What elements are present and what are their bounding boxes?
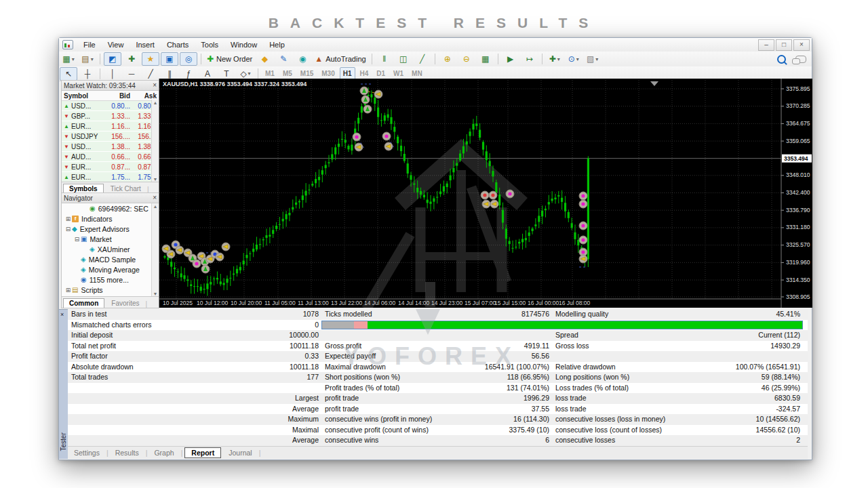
- tester-label[interactable]: Tester: [60, 424, 67, 451]
- dropdown-arrow-icon[interactable]: ▾: [576, 56, 579, 62]
- menu-help[interactable]: Help: [263, 39, 291, 50]
- tree-item-moving-average[interactable]: ◈Moving Average: [62, 264, 159, 274]
- expand-icon[interactable]: ⊞: [64, 216, 72, 222]
- report-label: Spread: [552, 330, 715, 341]
- tree-item-label: MACD Sample: [89, 256, 136, 264]
- report-label: profit trade: [321, 404, 476, 415]
- tree-item-indicators[interactable]: ⊞fIndicators: [62, 214, 159, 224]
- dropdown-arrow-icon[interactable]: ▾: [595, 56, 598, 62]
- tree-item-macd-sample[interactable]: ◈MACD Sample: [62, 254, 159, 264]
- report-value: 14930.29: [715, 341, 803, 352]
- report-value: 10011.18: [243, 341, 321, 352]
- chart-shift-button[interactable]: ↦: [521, 52, 538, 66]
- new-order-button[interactable]: ✚New Order: [205, 52, 254, 66]
- expand-icon[interactable]: ⊟: [73, 236, 81, 243]
- line-chart-button[interactable]: ╱: [414, 52, 431, 66]
- candlestick-button[interactable]: ◫: [395, 52, 412, 66]
- report-value: [715, 351, 803, 362]
- crosshair-tool[interactable]: ┼: [79, 67, 96, 81]
- tree-item-market[interactable]: ⊟▣Market: [62, 234, 159, 244]
- tree-item-scripts[interactable]: ⊞▤Scripts: [62, 285, 159, 295]
- trendline-tool[interactable]: ╱: [142, 67, 159, 81]
- menu-tools[interactable]: Tools: [195, 39, 224, 50]
- market-row-gbp[interactable]: ▼GBP...1.33...1.33...: [62, 111, 159, 121]
- tree-item-69649962-sec[interactable]: ◉69649962: SEC: [62, 203, 159, 214]
- data-window-toggle[interactable]: ✚: [123, 52, 140, 66]
- tester-tab-results[interactable]: Results: [109, 448, 145, 458]
- tab-symbols[interactable]: Symbols: [63, 184, 104, 193]
- new-chart-button[interactable]: ▦▾: [60, 52, 77, 66]
- tester-tab-report[interactable]: Report: [184, 447, 221, 458]
- chat-icon[interactable]: [795, 56, 806, 63]
- market-row-aud[interactable]: ▼AUD...0.66...0.66...: [62, 152, 159, 162]
- autotrading-button[interactable]: ▲AutoTrading: [313, 52, 368, 66]
- svg-text:XAUUSD,H1 3338.976 3353.494 33: XAUUSD,H1 3338.976 3353.494 3337.324 335…: [163, 81, 307, 87]
- chart-area[interactable]: 3375.8953370.2853364.6753359.0653348.010…: [159, 79, 812, 308]
- restore-button[interactable]: □: [776, 39, 792, 51]
- market-row-usd[interactable]: ▲USD...0.80...0.80...: [62, 101, 159, 111]
- navigator-toggle[interactable]: ★: [142, 52, 159, 66]
- bid-value: 1.16...: [106, 123, 132, 130]
- navigator-scrollbar[interactable]: ▲▼: [151, 203, 159, 297]
- zoom-out-button[interactable]: ⊖: [458, 52, 475, 66]
- menu-file[interactable]: File: [77, 39, 102, 50]
- tester-close-icon[interactable]: ×: [60, 311, 64, 318]
- close-button[interactable]: ×: [793, 39, 810, 51]
- report-row: Largestprofit trade1996.29loss trade6830…: [68, 393, 808, 404]
- search-icon[interactable]: [777, 55, 786, 64]
- indicators-button[interactable]: ✚▾: [546, 52, 564, 66]
- expert-advisors-icon[interactable]: ◆: [256, 52, 273, 66]
- candlestick-icon: ◫: [399, 54, 407, 64]
- market-row-eur[interactable]: ▲EUR...1.16...1.16...: [62, 121, 159, 131]
- zoom-in-button[interactable]: ⊕: [439, 52, 456, 66]
- market-watch-toggle[interactable]: ◩: [104, 52, 121, 66]
- market-row-eur[interactable]: ▲EUR...1.75...1.75...: [62, 172, 159, 182]
- cursor-tool[interactable]: ↖: [60, 67, 77, 81]
- dropdown-arrow-icon[interactable]: ▾: [248, 70, 251, 77]
- minimize-button[interactable]: –: [758, 39, 774, 51]
- bar-chart-button[interactable]: ‖: [376, 52, 393, 66]
- profiles-button[interactable]: ▤▾: [79, 52, 96, 66]
- report-value: 6: [476, 435, 552, 446]
- tab-common[interactable]: Common: [63, 298, 104, 308]
- auto-scroll-button[interactable]: ▶: [502, 52, 519, 66]
- expand-icon[interactable]: ⊞: [64, 287, 72, 293]
- tile-windows-button[interactable]: ▦: [477, 52, 494, 66]
- periods-button[interactable]: ⊙▾: [565, 52, 583, 66]
- menu-charts[interactable]: Charts: [161, 39, 195, 50]
- tree-item-1155-more-[interactable]: ◉1155 more...: [62, 274, 159, 285]
- templates-button[interactable]: ▧▾: [584, 52, 601, 66]
- menu-window[interactable]: Window: [224, 39, 263, 50]
- tree-item-xauminer[interactable]: ◈XAUminer: [62, 244, 159, 254]
- market-watch-scrollbar[interactable]: ▲▼: [151, 100, 159, 182]
- terminal-toggle[interactable]: ▣: [161, 52, 178, 66]
- navigator-close-icon[interactable]: ×: [153, 195, 157, 201]
- dropdown-arrow-icon[interactable]: ▾: [557, 56, 560, 62]
- market-watch-close-icon[interactable]: ×: [153, 82, 157, 89]
- horizontal-line-tool[interactable]: ─: [123, 67, 140, 81]
- tester-tab-settings[interactable]: Settings: [68, 448, 106, 458]
- report-value: 14556.62 (10): [715, 425, 803, 436]
- vertical-line-tool[interactable]: │: [104, 67, 121, 81]
- navigator-titlebar: Navigator ×: [62, 193, 159, 203]
- metaeditor-icon[interactable]: ✎: [275, 52, 292, 66]
- tester-tab-journal[interactable]: Journal: [222, 448, 258, 458]
- bid-value: 1.75...: [106, 174, 132, 181]
- tester-tab-graph[interactable]: Graph: [148, 448, 180, 458]
- report-row: Maximumconsecutive wins (profit in money…: [68, 414, 808, 425]
- dropdown-arrow-icon[interactable]: ▾: [91, 56, 94, 62]
- tree-item-expert-advisors[interactable]: ⊟◆Expert Advisors: [62, 224, 159, 234]
- news-icon[interactable]: ◉: [294, 52, 311, 66]
- market-row-eur[interactable]: ▼EUR...0.87...0.87...: [62, 162, 159, 172]
- dropdown-arrow-icon[interactable]: ▾: [72, 56, 75, 62]
- menu-insert[interactable]: Insert: [130, 39, 161, 50]
- market-row-usdjpy[interactable]: ▼USDJPY156....156....: [62, 131, 159, 142]
- strategy-tester-toggle[interactable]: ◎: [180, 52, 197, 66]
- expand-icon[interactable]: ⊟: [64, 226, 72, 232]
- ea-icon: ◈: [90, 245, 95, 253]
- tab-favorites[interactable]: Favorites: [106, 299, 144, 308]
- market-row-usd[interactable]: ▼USD...1.38...1.38...: [62, 142, 159, 152]
- report-label: Gross profit: [321, 341, 476, 352]
- menu-view[interactable]: View: [102, 39, 130, 50]
- report-label: Profit trades (% of total): [321, 383, 476, 394]
